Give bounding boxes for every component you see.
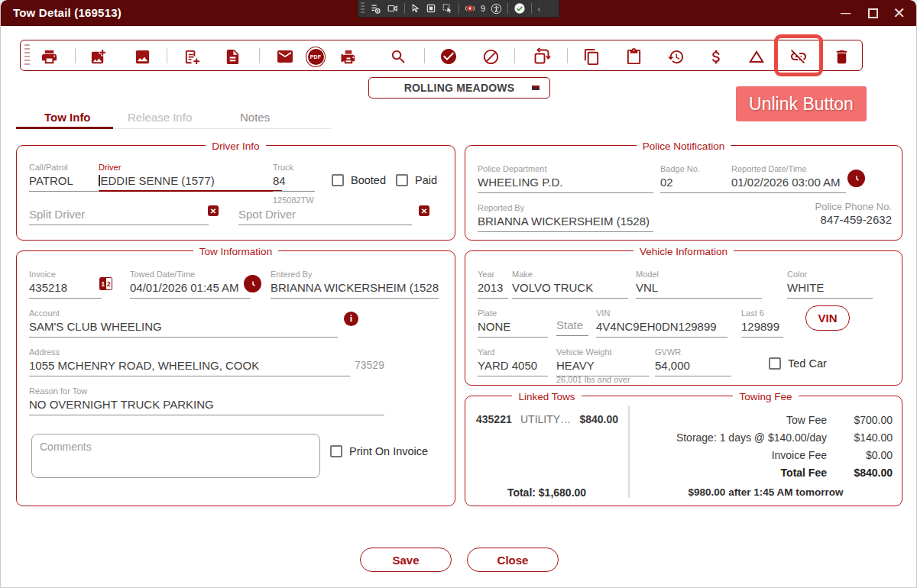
linked-tows-total: Total: $1,680.00 xyxy=(465,486,628,499)
ted-car-checkbox[interactable]: Ted Car xyxy=(769,357,827,370)
capture-badge-count: 9 xyxy=(481,0,485,18)
model-field[interactable]: Model VNL xyxy=(636,270,762,299)
capture-cursor-box-icon[interactable] xyxy=(442,3,453,14)
driver-field[interactable]: Driver EDDIE SENNE (1577) xyxy=(99,163,282,192)
reported-by-field[interactable]: Reported By BRIANNA WICKERSHEIM (1528) xyxy=(478,203,653,232)
checkbox-box[interactable] xyxy=(330,445,342,457)
clear-spot-driver-button[interactable]: ✕ xyxy=(419,205,429,216)
vehicle-weight-field[interactable]: Vehicle Weight HEAVY xyxy=(556,347,650,376)
minimize-button[interactable]: ─ xyxy=(841,0,851,26)
reference-number: 73529 xyxy=(355,359,384,371)
make-field[interactable]: Make VOLVO TRUCK xyxy=(512,270,628,299)
gvwr-field[interactable]: GVWR 54,000 xyxy=(655,347,731,376)
toolbar-divider xyxy=(514,48,515,63)
truck-field[interactable]: Truck 84 xyxy=(273,163,315,192)
paid-checkbox[interactable]: Paid xyxy=(396,174,437,186)
capture-cursor-icon[interactable] xyxy=(410,3,420,14)
year-field[interactable]: Year 2013 xyxy=(478,270,508,299)
capture-steps-icon[interactable] xyxy=(370,3,381,15)
unlink-annotation-label: Unlink Button xyxy=(736,86,867,121)
color-field[interactable]: Color WHITE xyxy=(787,270,873,299)
photo-icon[interactable] xyxy=(132,47,152,66)
clear-split-driver-button[interactable]: ✕ xyxy=(208,205,219,216)
police-notification-title: Police Notification xyxy=(637,141,731,152)
approve-check-icon[interactable] xyxy=(439,47,458,66)
capture-collapse-chevron[interactable]: ‹ xyxy=(537,0,540,18)
toolbar-divider xyxy=(424,48,425,63)
warning-triangle-icon[interactable] xyxy=(747,47,766,66)
reported-time-clock-icon[interactable] xyxy=(847,170,865,187)
invoice-date-picker-icon[interactable]: 12 xyxy=(99,277,112,290)
vin-field[interactable]: VIN 4V4NC9EH0DN129899 xyxy=(596,309,727,338)
close-window-button[interactable]: ✕ xyxy=(893,0,906,26)
fax-icon[interactable] xyxy=(338,47,358,66)
charges-dollar-icon[interactable] xyxy=(706,47,726,66)
state-field[interactable]: State xyxy=(556,318,588,336)
transfer-icon[interactable] xyxy=(532,47,552,66)
spot-driver-field[interactable]: Spot Driver xyxy=(238,208,412,225)
checkbox-box[interactable] xyxy=(332,174,344,186)
towed-time-clock-icon[interactable] xyxy=(244,275,261,292)
account-info-icon[interactable]: i xyxy=(344,312,358,326)
reported-datetime-field[interactable]: Reported Date/Time 01/02/2026 03:00 AM xyxy=(731,164,846,193)
print-on-invoice-checkbox[interactable]: Print On Invoice xyxy=(330,445,428,457)
tab-release-info[interactable]: Release Info xyxy=(128,111,192,124)
add-note-icon[interactable] xyxy=(182,47,202,66)
paste-clipboard-icon[interactable] xyxy=(624,47,643,66)
unlink-icon[interactable] xyxy=(789,47,808,66)
invoice-field[interactable]: Invoice 435218 xyxy=(29,270,102,299)
capture-separator xyxy=(404,3,405,14)
toolbar-drag-handle[interactable] xyxy=(24,44,30,67)
reason-for-tow-field[interactable]: Reason for Tow NO OVERNIGHT TRUCK PARKIN… xyxy=(29,386,384,415)
toolbar-divider xyxy=(567,48,568,63)
capture-separator xyxy=(531,3,532,14)
close-button[interactable]: Close xyxy=(467,548,559,572)
search-icon[interactable] xyxy=(388,47,408,66)
checkbox-box[interactable] xyxy=(396,174,408,186)
add-photo-icon[interactable] xyxy=(88,47,108,66)
capture-stop-icon[interactable] xyxy=(426,3,436,14)
linked-tow-row[interactable]: 435221 UTILITY… $840.00 xyxy=(476,413,618,425)
capture-drag-handle[interactable] xyxy=(361,2,365,15)
linked-tows-title: Linked Tows xyxy=(512,391,581,402)
tab-notes[interactable]: Notes xyxy=(240,111,270,124)
split-driver-field[interactable]: Split Driver xyxy=(29,208,209,225)
void-block-icon[interactable] xyxy=(481,47,501,66)
capture-check-icon[interactable] xyxy=(514,2,526,15)
save-button[interactable]: Save xyxy=(360,548,452,572)
entered-by-field[interactable]: Entered By BRIANNA WICKERSHEIM (1528) xyxy=(271,270,439,299)
booted-checkbox[interactable]: Booted xyxy=(332,174,386,186)
account-field[interactable]: Account SAM'S CLUB WHEELING xyxy=(29,309,338,338)
address-field[interactable]: Address 1055 MCHENRY ROAD, WHEELING, COO… xyxy=(29,347,350,376)
towing-fee-title: Towing Fee xyxy=(733,391,798,402)
history-icon[interactable] xyxy=(666,47,685,66)
copy-icon[interactable] xyxy=(582,47,601,66)
yard-dropdown[interactable]: ROLLING MEADOWS xyxy=(368,77,550,99)
yard-field[interactable]: Yard YARD 4050 xyxy=(478,347,548,376)
vin-button[interactable]: VIN xyxy=(805,305,850,331)
last6-field[interactable]: Last 6 129899 xyxy=(741,309,783,338)
weight-note: 26,001 lbs and over xyxy=(556,375,630,384)
capture-record-badge-icon[interactable] xyxy=(465,3,475,14)
delete-trash-icon[interactable] xyxy=(831,47,851,66)
print-icon[interactable] xyxy=(39,47,59,66)
checkbox-box[interactable] xyxy=(769,357,781,370)
toolbar: PDF xyxy=(20,40,863,71)
maximize-button[interactable] xyxy=(868,0,878,26)
document-icon[interactable] xyxy=(222,47,242,66)
call-patrol-field[interactable]: Call/Patrol PATROL xyxy=(29,163,98,192)
email-icon[interactable] xyxy=(275,47,295,66)
storage-rollover-note: $980.00 after 1:45 AM tomorrow xyxy=(628,486,903,498)
truck-id-note: 125082TW xyxy=(273,195,314,205)
towed-datetime-field[interactable]: Towed Date/Time 04/01/2026 01:45 AM xyxy=(130,270,251,299)
badge-no-field[interactable]: Badge No. 02 xyxy=(660,164,733,193)
toolbar-divider xyxy=(75,48,76,63)
pdf-icon[interactable]: PDF xyxy=(306,47,326,66)
capture-accessibility-icon[interactable] xyxy=(491,3,502,15)
capture-camera-icon[interactable] xyxy=(387,3,399,14)
comments-input[interactable] xyxy=(31,434,320,478)
police-department-field[interactable]: Police Department WHEELING P.D. xyxy=(478,164,653,193)
linked-tow-invoice[interactable]: 435221 xyxy=(476,413,512,425)
tab-tow-info[interactable]: Tow Info xyxy=(44,111,91,124)
plate-field[interactable]: Plate NONE xyxy=(478,309,548,338)
